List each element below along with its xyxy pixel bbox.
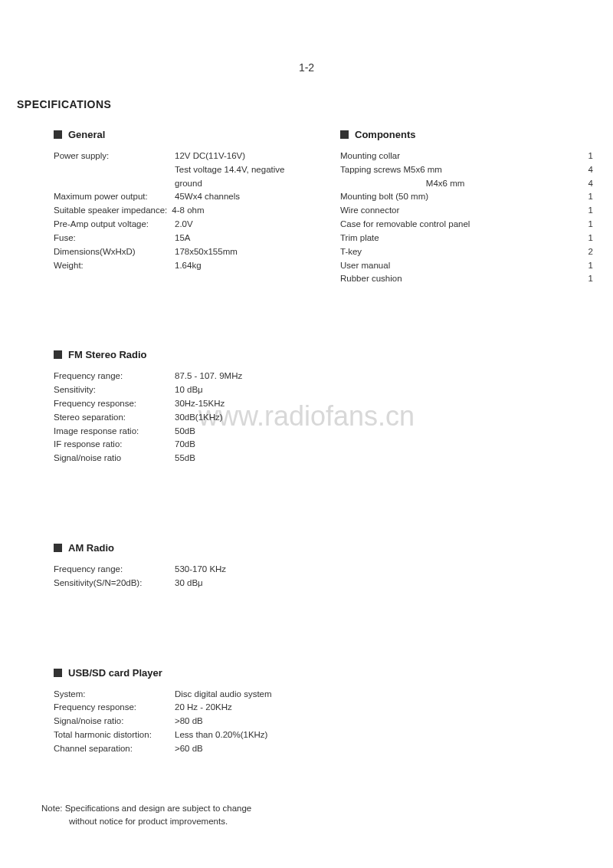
comp-name: Tapping screws M5x6 mm: [340, 163, 581, 177]
spec-label: Sensitivity(S/N=20dB):: [54, 577, 175, 590]
spec-value: 10 dBμ: [175, 383, 310, 397]
section-components: Components Mounting collar1 Tapping scre…: [340, 129, 596, 286]
comp-qty: 1: [581, 232, 596, 245]
spec-value: 20 Hz - 20KHz: [175, 701, 310, 715]
spec-value: 30Hz-15KHz: [175, 397, 310, 411]
spec-value: 178x50x155mm: [175, 245, 310, 259]
spec-value: 30 dBμ: [175, 577, 310, 590]
bullet-icon: [340, 130, 349, 139]
spec-value: 2.0V: [175, 218, 310, 232]
comp-name: Wire connector: [340, 204, 581, 218]
spec-label: Signal/noise ratio:: [54, 715, 175, 728]
comp-qty: 1: [581, 218, 596, 232]
section-fm: FM Stereo Radio Frequency range:87.5 - 1…: [54, 349, 310, 465]
note-line1: Note: Specifications and design are subj…: [41, 802, 596, 815]
spec-value: Test voltage 14.4V, negative ground: [175, 163, 310, 191]
section-title-am: AM Radio: [68, 542, 114, 554]
comp-name: Trim plate: [340, 232, 581, 245]
spec-value: >60 dB: [175, 742, 310, 756]
spec-label: Frequency response:: [54, 397, 175, 411]
note-line2: without notice for product improvements.: [41, 815, 596, 828]
comp-qty: 1: [581, 204, 596, 218]
section-am: AM Radio Frequency range:530-170 KHz Sen…: [54, 542, 310, 590]
section-general: General Power supply:12V DC(11V-16V) Tes…: [54, 129, 310, 272]
spec-label: Pre-Amp output voltage:: [54, 218, 175, 232]
comp-qty: 4: [581, 177, 596, 191]
spec-label: Power supply:: [54, 150, 175, 163]
section-usb: USB/SD card Player System:Disc digital a…: [54, 667, 310, 756]
footer-note: Note: Specifications and design are subj…: [41, 802, 596, 829]
spec-label: Frequency range:: [54, 563, 175, 577]
comp-qty: 1: [581, 190, 596, 204]
bullet-icon: [54, 130, 62, 139]
comp-qty: 4: [581, 163, 596, 177]
spec-value: 1.64kg: [175, 259, 310, 273]
spec-label: Sensitivity:: [54, 383, 175, 397]
bullet-icon: [54, 350, 62, 359]
comp-qty: 1: [581, 150, 596, 163]
spec-label: Frequency response:: [54, 701, 175, 715]
comp-name: Mounting bolt (50 mm): [340, 190, 581, 204]
spec-value: 55dB: [175, 452, 310, 465]
spec-value: 50dB: [175, 425, 310, 439]
spec-label: Weight:: [54, 259, 175, 273]
spec-label: Channel separation:: [54, 742, 175, 756]
spec-label: Signal/noise ratio: [54, 452, 175, 465]
comp-name: M4x6 mm: [340, 177, 581, 191]
spec-label: Maximum power output:: [54, 190, 175, 204]
spec-label: System:: [54, 688, 175, 702]
section-title-fm: FM Stereo Radio: [68, 349, 147, 360]
comp-qty: 1: [581, 272, 596, 286]
spec-label: Suitable speaker impedance:: [54, 204, 172, 218]
spec-value: Less than 0.20%(1KHz): [175, 728, 310, 742]
page-number: 1-2: [17, 61, 596, 74]
bullet-icon: [54, 669, 62, 677]
spec-label: Fuse:: [54, 232, 175, 245]
section-title-general: General: [68, 129, 105, 140]
comp-name: Mounting collar: [340, 150, 581, 163]
comp-name: T-key: [340, 245, 581, 259]
bullet-icon: [54, 544, 62, 552]
spec-label: IF response ratio:: [54, 438, 175, 452]
spec-value: Disc digital audio system: [175, 688, 310, 702]
spec-label: Stereo separation:: [54, 411, 175, 425]
spec-value: 70dB: [175, 438, 310, 452]
spec-value: 15A: [175, 232, 310, 245]
comp-name: Case for removable control panel: [340, 218, 581, 232]
spec-value: 45Wx4 channels: [175, 190, 310, 204]
comp-qty: 1: [581, 259, 596, 273]
main-title: SPECIFICATIONS: [17, 98, 596, 110]
spec-label: [54, 163, 175, 191]
spec-label: Image response ratio:: [54, 425, 175, 439]
comp-qty: 2: [581, 245, 596, 259]
spec-value: 12V DC(11V-16V): [175, 150, 310, 163]
spec-label: Total harmonic distortion:: [54, 728, 175, 742]
spec-label: Dimensions(WxHxD): [54, 245, 175, 259]
spec-value: 30dB(1KHz): [175, 411, 310, 425]
spec-label: Frequency range:: [54, 370, 175, 383]
spec-value: 4-8 ohm: [172, 204, 310, 218]
spec-value: 87.5 - 107. 9MHz: [175, 370, 310, 383]
comp-name: User manual: [340, 259, 581, 273]
comp-name: Rubber cushion: [340, 272, 581, 286]
spec-value: >80 dB: [175, 715, 310, 728]
section-title-components: Components: [355, 129, 415, 140]
section-title-usb: USB/SD card Player: [68, 667, 162, 679]
spec-value: 530-170 KHz: [175, 563, 310, 577]
